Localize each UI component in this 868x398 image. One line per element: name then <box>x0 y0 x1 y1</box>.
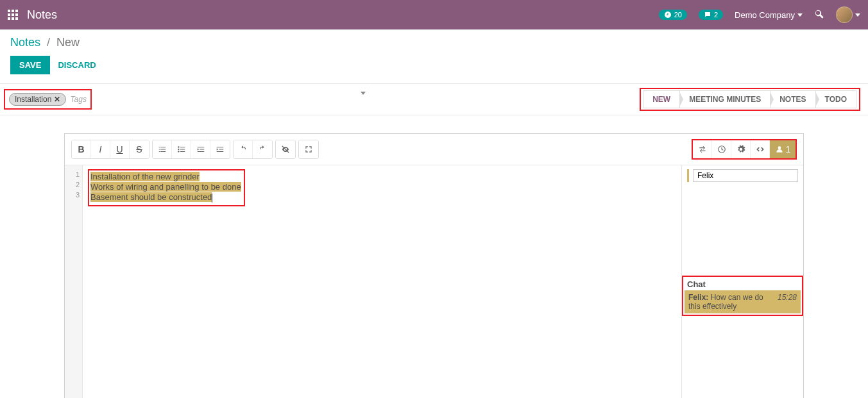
timeslider-button[interactable] <box>712 140 731 158</box>
italic-button[interactable]: I <box>91 140 110 158</box>
company-switcher[interactable]: Demo Company <box>735 10 803 20</box>
avatar <box>836 6 853 23</box>
user-menu[interactable] <box>836 6 860 23</box>
messages-count: 2 <box>714 11 718 19</box>
line-gutter: 1 2 3 <box>65 165 83 398</box>
company-name: Demo Company <box>735 10 795 20</box>
debug-icon[interactable] <box>814 9 824 21</box>
settings-button[interactable] <box>731 140 751 158</box>
chevron-down-icon <box>797 13 803 17</box>
underline-button[interactable]: U <box>110 140 130 158</box>
stage-todo[interactable]: TODO <box>815 90 856 108</box>
strike-button[interactable]: S <box>130 140 149 158</box>
stage-meeting-minutes[interactable]: MEETING MINUTES <box>679 90 770 108</box>
chat-message: Felix: How can we do this effectively 15… <box>685 290 801 313</box>
meta-row: Installation ✕ Tags NEW MEETING MINUTES … <box>0 84 868 115</box>
import-export-button[interactable] <box>693 140 712 158</box>
messages-button[interactable]: 2 <box>699 10 723 20</box>
breadcrumb: Notes / New <box>10 36 858 49</box>
ordered-list-button[interactable] <box>153 140 172 158</box>
tag-remove-icon[interactable]: ✕ <box>54 95 60 104</box>
chat-title: Chat <box>685 278 801 290</box>
user-entry <box>682 165 803 186</box>
chevron-down-icon <box>361 92 366 104</box>
etherpad: B I U S <box>64 133 804 398</box>
editor-line-3: Basement should be constructed <box>90 192 212 202</box>
tags-placeholder: Tags <box>70 95 87 104</box>
breadcrumb-current: New <box>56 36 80 49</box>
app-title: Notes <box>27 8 57 22</box>
users-sidebar: Chat Felix: How can we do this effective… <box>681 165 803 398</box>
activities-button[interactable]: 20 <box>659 10 687 20</box>
tags-field[interactable]: Installation ✕ Tags <box>4 89 92 110</box>
outdent-button[interactable] <box>191 140 210 158</box>
tags-dropdown[interactable] <box>361 95 371 104</box>
save-button[interactable]: SAVE <box>10 56 50 74</box>
svg-point-1 <box>178 149 179 150</box>
discard-button[interactable]: DISCARD <box>58 60 96 70</box>
chevron-down-icon <box>855 13 860 17</box>
editor-toolbar: B I U S <box>65 134 803 165</box>
indent-button[interactable] <box>210 140 230 158</box>
clock-icon <box>664 11 672 19</box>
text-cursor <box>212 194 212 203</box>
unordered-list-button[interactable] <box>172 140 191 158</box>
chat-panel: Chat Felix: How can we do this effective… <box>682 276 803 316</box>
svg-point-0 <box>178 146 179 147</box>
undo-button[interactable] <box>234 140 253 158</box>
users-count: 1 <box>786 144 791 154</box>
apps-menu-icon[interactable] <box>8 10 18 20</box>
chat-time: 15:28 <box>772 293 797 311</box>
stage-bar: NEW MEETING MINUTES NOTES TODO <box>640 88 860 111</box>
editor-line-2: Works of wiring and panelling to be done <box>90 182 241 192</box>
clear-authorship-button[interactable] <box>276 140 295 158</box>
redo-button[interactable] <box>253 140 272 158</box>
editor-line-1: Installation of the new grinder <box>90 172 200 181</box>
editor-content[interactable]: Installation of the new grinder Works of… <box>83 165 681 398</box>
top-navbar: Notes 20 2 Demo Company <box>0 0 868 29</box>
stage-notes[interactable]: NOTES <box>770 90 815 108</box>
embed-button[interactable] <box>751 140 770 158</box>
user-color-swatch[interactable] <box>687 169 689 182</box>
tag-label: Installation <box>15 95 51 104</box>
user-name-input[interactable] <box>693 169 798 182</box>
fullscreen-button[interactable] <box>299 140 318 158</box>
show-users-button[interactable]: 1 <box>770 140 796 158</box>
activities-count: 20 <box>674 11 682 19</box>
bold-button[interactable]: B <box>72 140 91 158</box>
breadcrumb-root[interactable]: Notes <box>10 36 40 49</box>
svg-point-2 <box>178 151 179 152</box>
chat-icon <box>704 11 711 19</box>
header-area: Notes / New SAVE DISCARD <box>0 29 868 84</box>
stage-new[interactable]: NEW <box>643 90 680 108</box>
chat-author: Felix: <box>688 293 708 302</box>
tag-chip: Installation ✕ <box>9 93 66 106</box>
